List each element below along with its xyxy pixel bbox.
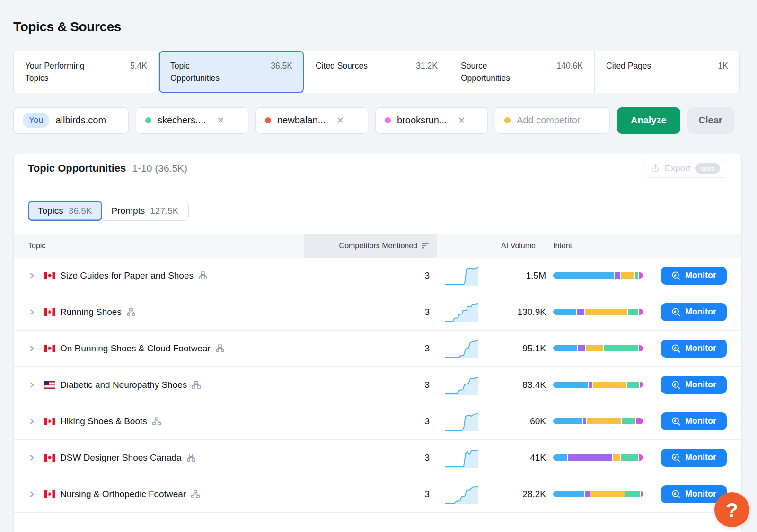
- intent-segment: [627, 382, 639, 388]
- page-title: Topics & Sources: [13, 19, 744, 35]
- intent-segment: [593, 382, 626, 388]
- intent-segment: [553, 382, 588, 388]
- ai-volume-value: 130.9K: [518, 307, 546, 317]
- ca-flag-icon: [44, 272, 55, 279]
- toggle-option-label: Prompts: [112, 206, 145, 216]
- remove-competitor-icon[interactable]: ✕: [217, 115, 224, 126]
- monitor-label: Monitor: [685, 416, 716, 426]
- export-label: Export: [665, 163, 691, 174]
- topic-opportunities-panel: Topic Opportunities 1-10 (36.5K) Export …: [13, 154, 742, 532]
- you-domain-chip[interactable]: You allbirds.com: [13, 107, 129, 134]
- column-header-topic: Topic: [14, 234, 304, 258]
- analyze-button[interactable]: Analyze: [617, 107, 680, 134]
- ca-flag-icon: [44, 490, 55, 498]
- monitor-button[interactable]: Monitor: [661, 267, 727, 285]
- trend-sparkline: [445, 410, 478, 432]
- remove-competitor-icon[interactable]: ✕: [336, 115, 344, 126]
- monitor-label: Monitor: [685, 307, 716, 317]
- competitor-chip[interactable]: brooksrun... ✕: [375, 107, 488, 134]
- competitor-dot-icon: [385, 117, 391, 123]
- tab-your-performing-topics[interactable]: Your Performing Topics 5.4K: [14, 51, 159, 93]
- filter-bar: You allbirds.com skechers.... ✕ newbalan…: [13, 107, 744, 134]
- chevron-right-icon[interactable]: [28, 490, 35, 498]
- competitor-label: skechers....: [158, 115, 206, 126]
- competitors-mentioned-count: 3: [304, 416, 437, 427]
- help-button[interactable]: ?: [714, 492, 749, 527]
- panel-range: 1-10 (36.5K): [132, 163, 187, 174]
- you-badge: You: [23, 113, 49, 128]
- tab-label: Cited Sources: [316, 60, 368, 72]
- tab-source-opportunities[interactable]: Source Opportunities 140.6K: [449, 51, 595, 93]
- tab-label: Topic Opportunities: [170, 60, 237, 85]
- sitemap-icon: [216, 344, 224, 353]
- toggle-prompts[interactable]: Prompts 127.5K: [102, 201, 189, 221]
- you-domain-label: allbirds.com: [55, 115, 106, 126]
- sitemap-icon: [187, 454, 195, 462]
- competitor-chip[interactable]: newbalan... ✕: [255, 107, 368, 134]
- topic-name: Hiking Shoes & Boots: [60, 416, 147, 427]
- chevron-right-icon[interactable]: [28, 345, 35, 352]
- trend-sparkline: [445, 301, 478, 323]
- intent-segment: [615, 272, 620, 279]
- monitor-button[interactable]: Monitor: [661, 303, 727, 321]
- tab-topic-opportunities[interactable]: Topic Opportunities 36.5K: [159, 51, 304, 93]
- intent-segment: [639, 345, 643, 351]
- monitor-magnifier-icon: [671, 453, 681, 462]
- remove-competitor-icon[interactable]: ✕: [458, 115, 466, 126]
- competitor-label: brooksrun...: [397, 115, 447, 126]
- competitor-dot-icon: [145, 117, 151, 123]
- chevron-right-icon[interactable]: [28, 454, 35, 462]
- intent-segment: [553, 272, 614, 279]
- table-row: DSW Designer Shoes Canada 3 41K: [14, 440, 741, 476]
- intent-segment: [640, 382, 643, 388]
- table-row: Nursing & Orthopedic Footwear 3 28.2K: [14, 476, 741, 513]
- add-competitor-dot-icon: [504, 117, 511, 123]
- ca-flag-icon: [44, 308, 55, 316]
- column-header-volume[interactable]: AI Volume: [437, 234, 546, 258]
- clear-button[interactable]: Clear: [687, 107, 734, 134]
- view-toggle: Topics 36.5K Prompts 127.5K: [28, 201, 189, 221]
- chevron-right-icon[interactable]: [28, 308, 35, 316]
- intent-bar: [553, 345, 643, 351]
- intent-segment: [639, 272, 643, 279]
- tab-count: 1K: [718, 60, 728, 72]
- intent-segment: [636, 418, 643, 424]
- us-flag-icon: [44, 381, 55, 389]
- table-row: Size Guides for Paper and Shoes 3 1.5M: [14, 258, 741, 294]
- ai-volume-value: 95.1K: [522, 343, 546, 354]
- chevron-right-icon[interactable]: [28, 418, 35, 425]
- monitor-button[interactable]: Monitor: [661, 340, 727, 358]
- monitor-magnifier-icon: [671, 307, 681, 317]
- monitor-button[interactable]: Monitor: [661, 376, 727, 394]
- intent-bar: [553, 382, 643, 388]
- chevron-right-icon[interactable]: [28, 272, 35, 279]
- intent-segment: [553, 454, 567, 461]
- toggle-topics[interactable]: Topics 36.5K: [28, 201, 102, 221]
- export-button[interactable]: Export soon: [644, 159, 727, 178]
- tab-cited-sources[interactable]: Cited Sources 31.2K: [304, 51, 449, 93]
- panel-header: Topic Opportunities 1-10 (36.5K) Export …: [14, 154, 741, 183]
- ca-flag-icon: [44, 454, 55, 462]
- add-competitor-chip[interactable]: Add competitor: [495, 107, 610, 134]
- trend-sparkline: [445, 447, 478, 469]
- monitor-magnifier-icon: [671, 380, 681, 390]
- competitor-chip[interactable]: skechers.... ✕: [136, 107, 248, 134]
- intent-segment: [553, 418, 582, 424]
- tab-count: 36.5K: [271, 60, 292, 72]
- tab-count: 140.6K: [557, 60, 583, 72]
- competitor-dot-icon: [265, 117, 271, 123]
- tab-label: Cited Pages: [606, 60, 651, 72]
- sitemap-icon: [191, 490, 200, 498]
- view-toggle-row: Topics 36.5K Prompts 127.5K: [14, 183, 741, 234]
- ai-volume-value: 28.2K: [522, 489, 546, 499]
- monitor-button[interactable]: Monitor: [661, 449, 727, 467]
- chevron-right-icon[interactable]: [28, 381, 35, 389]
- tab-count: 5.4K: [130, 60, 147, 72]
- monitor-label: Monitor: [685, 453, 716, 462]
- monitor-magnifier-icon: [671, 271, 681, 280]
- column-header-competitors[interactable]: Competitors Mentioned: [304, 234, 437, 258]
- sitemap-icon: [152, 417, 161, 426]
- tab-cited-pages[interactable]: Cited Pages 1K: [595, 51, 739, 93]
- intent-segment: [625, 491, 639, 497]
- monitor-button[interactable]: Monitor: [661, 412, 727, 430]
